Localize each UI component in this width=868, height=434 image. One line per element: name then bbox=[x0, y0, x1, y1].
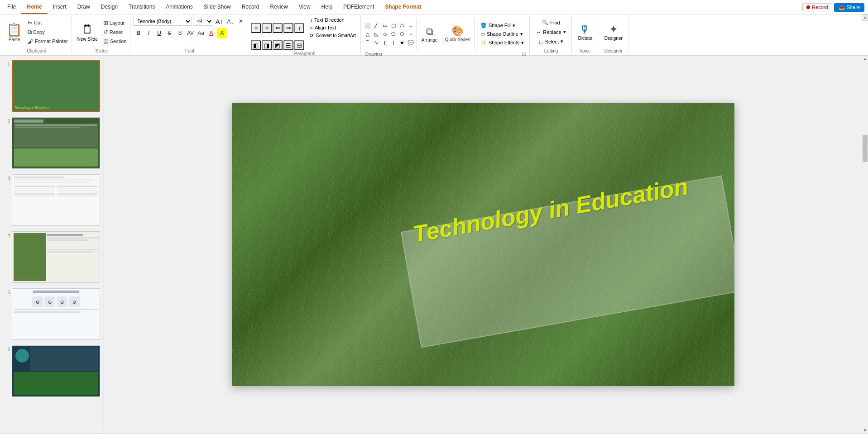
shape-right-triangle[interactable]: ◺ bbox=[372, 30, 380, 38]
shape-effects-button[interactable]: ✨ Shape Effects ▾ bbox=[477, 39, 528, 47]
cut-button[interactable]: ✂ Cut bbox=[26, 19, 70, 27]
shape-effects-label: Shape Effects bbox=[489, 40, 519, 45]
shape-textbox[interactable]: ⬜ bbox=[364, 21, 372, 29]
shape-curve[interactable]: ∿ bbox=[372, 38, 380, 47]
decrease-font-size-button[interactable]: A↓ bbox=[225, 16, 235, 26]
text-shadow-button[interactable]: S bbox=[175, 28, 185, 38]
shape-outline-button[interactable]: ▭ Shape Outline ▾ bbox=[477, 30, 528, 38]
char-spacing-button[interactable]: AV bbox=[185, 28, 195, 38]
dictate-button[interactable]: 🎙 Dictate bbox=[575, 21, 596, 43]
find-button[interactable]: 🔍 Find bbox=[538, 18, 563, 27]
layout-button[interactable]: ⊞ Layout bbox=[101, 19, 129, 27]
new-slide-button[interactable]: 🗒 New Slide bbox=[75, 21, 101, 43]
slide-6-thumbnail[interactable] bbox=[12, 345, 100, 397]
tab-help[interactable]: Help bbox=[316, 0, 338, 14]
shape-outline-dropdown-icon[interactable]: ▾ bbox=[520, 31, 523, 37]
shape-hexagon[interactable]: ⬡ bbox=[398, 30, 406, 38]
tab-design[interactable]: Design bbox=[96, 0, 123, 14]
tab-transitions[interactable]: Transitions bbox=[123, 0, 160, 14]
share-button[interactable]: 📤 Share bbox=[834, 3, 864, 12]
shape-brace-left[interactable]: { bbox=[381, 38, 389, 47]
numbered-list-button[interactable]: ≡ bbox=[262, 23, 272, 33]
slide-1-thumbnail[interactable]: Technology in Education bbox=[12, 60, 100, 112]
arrange-button[interactable]: ⧉ Arrange bbox=[419, 24, 441, 44]
strikethrough-button[interactable]: S̶ bbox=[164, 28, 174, 38]
bullets-button[interactable]: ≡ bbox=[251, 23, 261, 33]
font-color-button[interactable]: A bbox=[206, 28, 216, 38]
decrease-indent-button[interactable]: ⇐ bbox=[273, 23, 283, 33]
paste-button[interactable]: 📋 Paste bbox=[4, 20, 25, 44]
align-text-button[interactable]: ≡ Align Text bbox=[307, 24, 358, 31]
highlight-button[interactable]: A bbox=[217, 28, 227, 38]
font-family-selector[interactable]: Tenorite (Body) bbox=[133, 17, 192, 26]
shape-rounded-rect[interactable]: ▢ bbox=[389, 21, 398, 29]
font-case-button[interactable]: Aa bbox=[196, 28, 206, 38]
slide-number-5: 5 bbox=[4, 288, 10, 295]
shape-diamond[interactable]: ◇ bbox=[381, 30, 389, 38]
tab-slideshow[interactable]: Slide Show bbox=[198, 0, 236, 14]
replace-dropdown-icon[interactable]: ▾ bbox=[563, 29, 566, 35]
slide-2-thumbnail[interactable] bbox=[12, 117, 100, 169]
tab-review[interactable]: Review bbox=[264, 0, 293, 14]
tab-home[interactable]: Home bbox=[21, 0, 47, 14]
shape-callout[interactable]: 💬 bbox=[407, 38, 415, 47]
shape-rect[interactable]: ▭ bbox=[381, 21, 389, 29]
slide-5-thumbnail[interactable]: ⊙ ⊙ ⊙ ⊙ bbox=[12, 288, 100, 340]
section-button[interactable]: ▤ Section bbox=[101, 37, 129, 45]
justify-button[interactable]: ☰ bbox=[283, 40, 293, 50]
slide-4-thumbnail[interactable] bbox=[12, 231, 100, 283]
tab-record[interactable]: Record bbox=[236, 0, 265, 14]
tab-animations[interactable]: Animations bbox=[160, 0, 198, 14]
tab-draw[interactable]: Draw bbox=[72, 0, 96, 14]
scroll-up-arrow[interactable]: ▲ bbox=[862, 56, 868, 62]
slide-3-thumbnail[interactable] bbox=[12, 174, 100, 226]
shape-effects-dropdown-icon[interactable]: ▾ bbox=[521, 40, 524, 46]
tab-shapeformat[interactable]: Shape Format bbox=[379, 0, 427, 14]
slide-canvas[interactable]: Technology in Education bbox=[232, 103, 734, 386]
shape-oval[interactable]: ⬭ bbox=[398, 21, 406, 29]
clear-formatting-button[interactable]: ✕ bbox=[236, 16, 246, 26]
align-center-button[interactable]: ◨ bbox=[262, 40, 272, 50]
scroll-thumb[interactable] bbox=[863, 135, 868, 162]
reset-button[interactable]: ↺ Reset bbox=[101, 28, 129, 36]
italic-button[interactable]: I bbox=[144, 28, 153, 38]
shape-fill-dropdown-icon[interactable]: ▾ bbox=[513, 23, 515, 29]
columns-button[interactable]: ⊟ bbox=[294, 40, 304, 50]
underline-button[interactable]: U bbox=[154, 28, 164, 38]
ribbon-collapse-button[interactable]: ∧ bbox=[862, 14, 868, 21]
bold-button[interactable]: B bbox=[133, 28, 143, 38]
replace-button[interactable]: ↔ Replace ▾ bbox=[532, 28, 569, 36]
shape-arrow[interactable]: → bbox=[407, 30, 415, 38]
shape-fill-button[interactable]: 🪣 Shape Fill ▾ bbox=[477, 22, 528, 29]
align-left-button[interactable]: ◧ bbox=[251, 40, 261, 50]
font-size-selector[interactable]: 44 bbox=[193, 17, 213, 26]
shape-bracket[interactable]: [ bbox=[389, 38, 398, 47]
shape-more[interactable]: ⌄ bbox=[407, 21, 415, 29]
align-text-icon: ≡ bbox=[310, 25, 312, 30]
scroll-track[interactable] bbox=[862, 62, 868, 427]
format-painter-button[interactable]: 🖌 Format Painter bbox=[26, 37, 70, 46]
title-record-button[interactable]: Record bbox=[802, 3, 832, 11]
shape-star[interactable]: ★ bbox=[398, 38, 406, 47]
increase-font-size-button[interactable]: A↑ bbox=[214, 16, 224, 26]
text-direction-button[interactable]: ↕ Text Direction bbox=[307, 16, 358, 24]
align-right-button[interactable]: ◩ bbox=[273, 40, 283, 50]
shape-triangle[interactable]: △ bbox=[364, 30, 372, 38]
line-spacing-button[interactable]: ↕ bbox=[294, 23, 304, 33]
shape-arc[interactable]: ⌒ bbox=[364, 38, 372, 47]
shape-pentagon[interactable]: ⬠ bbox=[389, 30, 398, 38]
scroll-down-arrow[interactable]: ▼ bbox=[862, 427, 868, 434]
select-button[interactable]: ⬚ Select ▾ bbox=[535, 37, 567, 46]
tab-file[interactable]: File bbox=[2, 0, 21, 14]
designer-button[interactable]: ✦ Designer bbox=[601, 21, 626, 43]
share-icon: 📤 bbox=[839, 5, 845, 10]
tab-insert[interactable]: Insert bbox=[48, 0, 72, 14]
tab-view[interactable]: View bbox=[293, 0, 316, 14]
quick-styles-button[interactable]: 🎨 Quick Styles bbox=[442, 24, 473, 44]
tab-pdfelement[interactable]: PDFElement bbox=[338, 0, 379, 14]
convert-smartart-button[interactable]: ⟳ Convert to SmartArt bbox=[307, 32, 358, 39]
increase-indent-button[interactable]: ⇒ bbox=[283, 23, 293, 33]
copy-button[interactable]: ⧉ Copy bbox=[26, 28, 70, 37]
select-dropdown-icon[interactable]: ▾ bbox=[561, 38, 563, 44]
shape-line[interactable]: ╱ bbox=[372, 21, 380, 29]
